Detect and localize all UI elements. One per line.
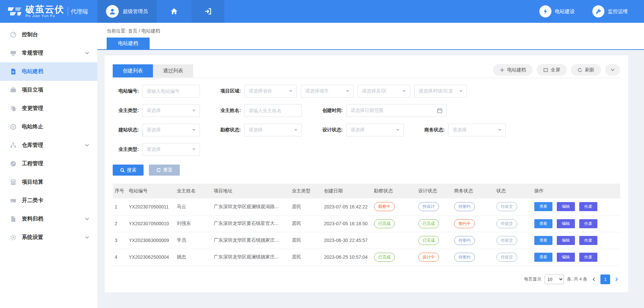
design-status-select[interactable]: 请选择 — [346, 124, 404, 136]
fullscreen-label: 全屏 — [551, 67, 560, 73]
sidebar-item-project-settlement[interactable]: 项目结算 — [0, 173, 97, 191]
refresh-button[interactable]: 刷新 — [571, 64, 601, 76]
void-button[interactable]: 作废 — [579, 236, 597, 245]
col-design-status: 设计状态 — [416, 184, 452, 198]
stations-table: 序号 电站编号 业主姓名 项目地址 业主类型 创建日期 勘察状态 设计状态 商务… — [113, 184, 620, 266]
per-page-select[interactable]: 10 — [544, 274, 564, 284]
owner-type2-placeholder: 请选择 — [147, 146, 161, 152]
sidebar-item-station-archive[interactable]: 电站建档 — [0, 62, 97, 81]
prev-page-button[interactable] — [590, 277, 597, 282]
sidebar-item-label: 项目结算 — [22, 179, 43, 186]
void-button[interactable]: 作废 — [579, 253, 597, 262]
next-page-button[interactable] — [613, 277, 620, 282]
sidebar-item-project-initiation[interactable]: 项目立项 — [0, 81, 97, 99]
region-label: 项目区域: — [215, 88, 241, 94]
status-badge: 待设计 — [418, 202, 439, 211]
filter-region: 项目区域: 请选择省份 请选择城市 请选择县/区 — [215, 85, 467, 98]
sidebar-item-general-mgmt[interactable]: 常规管理 — [0, 44, 97, 62]
void-button[interactable]: 作废 — [579, 202, 597, 211]
filter-business-status: 商务状态: 请选择 — [419, 124, 506, 136]
nav-station-construction[interactable]: 电站建设 — [539, 5, 575, 17]
sidebar-item-engineering-mgmt[interactable]: 工程管理 — [0, 155, 97, 173]
search-icon — [120, 168, 125, 173]
view-button[interactable]: 查看 — [534, 236, 552, 245]
file-icon — [10, 216, 16, 222]
filter-row-3: 建站状态: 请选择 勘察状态: 请选择 设计 — [113, 124, 620, 136]
caret-down-icon — [294, 129, 298, 131]
view-button[interactable]: 查看 — [534, 202, 552, 211]
edit-button[interactable]: 编辑 — [557, 219, 575, 228]
sidebar-item-label: 电站终止 — [22, 123, 43, 130]
card-icon — [10, 197, 16, 204]
cell-type: 居民 — [290, 215, 322, 232]
cell-created: 2023-07-05 16:18:50 — [322, 215, 372, 232]
station-no-label: 电站编号: — [113, 88, 139, 94]
calculator-icon — [10, 179, 16, 185]
sidebar-item-data-archive[interactable]: 资料归档 — [0, 210, 97, 228]
current-user[interactable]: 超级管理员 — [97, 0, 157, 23]
table-header-row: 序号 电站编号 业主姓名 项目地址 业主类型 创建日期 勘察状态 设计状态 商务… — [113, 184, 620, 198]
station-no-input[interactable] — [142, 85, 200, 98]
chevron-down-icon — [85, 51, 89, 55]
sidebar-item-station-termination[interactable]: 电站终止 — [0, 118, 97, 136]
city-select[interactable]: 请选择城市 — [301, 85, 354, 98]
sidebar-item-warehouse-mgmt[interactable]: 仓库管理 — [0, 136, 97, 155]
filter-owner-type: 业主类型: 请选择 — [113, 104, 200, 117]
edit-button[interactable]: 编辑 — [557, 253, 575, 262]
business-status-placeholder: 请选择 — [452, 127, 467, 133]
survey-status-select[interactable]: 请选择 — [244, 124, 302, 136]
reset-icon — [156, 168, 161, 173]
sidebar-item-change-mgmt[interactable]: 变更管理 — [0, 99, 97, 118]
table-row: 3 YX2023063000009 学员 广东深圳龙华区黄石镇姚家庄... 居民… — [113, 232, 620, 249]
tab-create-list[interactable]: 创建列表 — [113, 64, 153, 77]
collapse-toolbar-button[interactable] — [605, 64, 620, 76]
province-select[interactable]: 请选择省份 — [244, 85, 297, 98]
sidebar-item-console[interactable]: 控制台 — [0, 25, 97, 44]
col-owner-name: 业主姓名 — [175, 184, 212, 198]
status-badge: 待提交 — [496, 236, 517, 245]
toolbar: 电站建档 全屏 刷 — [493, 64, 620, 78]
status-badge: 已完成 — [418, 219, 439, 228]
filter-create-time: 创建时间: 请选择日期范围 — [317, 104, 447, 117]
reset-button[interactable]: 重置 — [149, 165, 180, 176]
col-address: 项目地址 — [212, 184, 290, 198]
fullscreen-button[interactable]: 全屏 — [537, 64, 567, 76]
build-status-select[interactable]: 请选择 — [142, 124, 200, 136]
document-icon — [10, 68, 16, 75]
cell-station-no: YX2023070500010 — [127, 215, 175, 232]
date-range-input[interactable]: 请选择日期范围 — [346, 104, 447, 117]
search-button[interactable]: 搜索 — [113, 165, 144, 176]
page-number-button[interactable]: 1 — [600, 274, 610, 284]
sidebar-item-open-type2-card[interactable]: 开二类卡 — [0, 191, 97, 210]
owner-type-select[interactable]: 请选择 — [142, 104, 200, 117]
edit-button[interactable]: 编辑 — [557, 202, 575, 211]
cell-type: 居民 — [290, 232, 322, 249]
business-status-select[interactable]: 请选择 — [448, 124, 506, 136]
filter-row-1: 电站编号: 项目区域: 请选择省份 请选择城市 — [113, 85, 620, 98]
edit-button[interactable]: 编辑 — [557, 236, 575, 245]
breadcrumb-home-link[interactable]: 首页 — [128, 28, 138, 34]
owner-type-label: 业主类型: — [113, 108, 139, 114]
logout-button[interactable] — [192, 0, 224, 23]
page-tab[interactable]: 电站建档 — [107, 38, 150, 49]
tab-passed-list[interactable]: 通过列表 — [153, 64, 193, 77]
create-station-button[interactable]: 电站建档 — [493, 64, 533, 76]
user-icon — [108, 7, 116, 15]
content: 创建列表 通过列表 电站建档 全屏 — [97, 50, 644, 308]
view-button[interactable]: 查看 — [534, 219, 552, 228]
void-button[interactable]: 作废 — [579, 219, 597, 228]
nav-monitor-ops[interactable]: 监控运维 — [592, 5, 628, 17]
view-button[interactable]: 查看 — [534, 253, 552, 262]
table-row: 4 YX2023062500004 姚忠 广东深圳龙华区观澜镇姚家庄... 居民… — [113, 249, 620, 265]
table-row: 2 YX2023070500010 刘强东 广东深圳龙华区黄石镇星官大... 居… — [113, 215, 620, 232]
owner-type2-select[interactable]: 请选择 — [142, 143, 200, 156]
caret-down-icon — [289, 90, 292, 92]
home-button[interactable] — [157, 0, 192, 23]
county-select[interactable]: 请选择县/区 — [358, 85, 410, 98]
village-select[interactable]: 请选择村镇/街道 — [414, 85, 467, 98]
dashboard-icon — [10, 32, 16, 38]
col-status: 状态 — [494, 184, 532, 198]
sidebar-item-system-settings[interactable]: 系统设置 — [0, 228, 97, 247]
pagination: 每页显示 10 条, 共 4 条 1 — [113, 274, 620, 284]
owner-name-input[interactable] — [244, 104, 302, 117]
